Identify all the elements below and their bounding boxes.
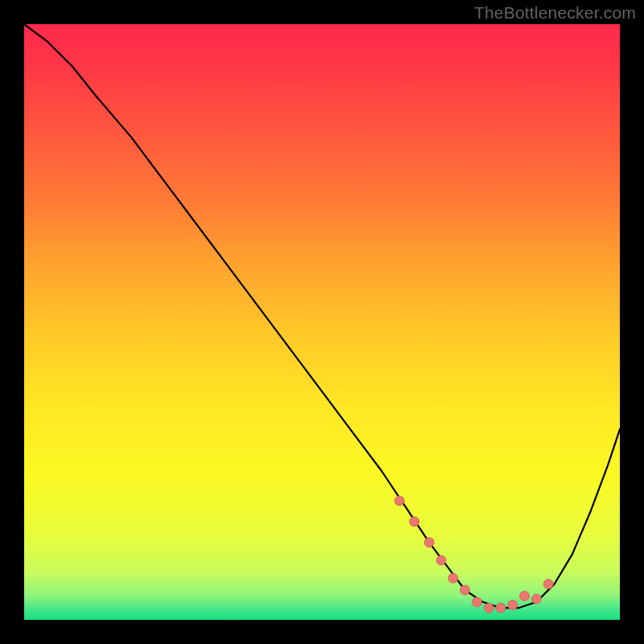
marker-dot — [460, 585, 470, 595]
marker-dot — [520, 591, 530, 601]
marker-dot — [531, 594, 541, 604]
marker-dot — [508, 601, 518, 610]
marker-dot — [472, 597, 481, 607]
chart-frame: TheBottlenecker.com — [0, 0, 644, 644]
marker-dot — [496, 603, 506, 613]
marker-dot — [543, 580, 553, 589]
marker-dot — [484, 603, 493, 613]
watermark-text: TheBottlenecker.com — [474, 3, 636, 23]
bottleneck-curve — [24, 24, 620, 608]
marker-dot — [410, 517, 419, 526]
marker-dot — [394, 496, 404, 506]
chart-overlay — [24, 24, 620, 620]
marker-dot — [448, 573, 458, 583]
marker-dot — [436, 555, 446, 565]
marker-dot — [424, 538, 434, 547]
plot-area — [24, 24, 620, 620]
